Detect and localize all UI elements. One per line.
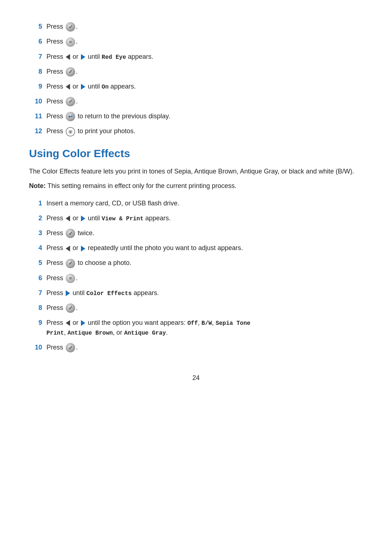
mono-sepia: Sepia Tone: [216, 320, 250, 327]
step-text-10: Press .: [46, 97, 363, 106]
step-item-12: 12 Press to print your photos.: [29, 126, 363, 136]
section-step-7: 7 Press until Color Effects appears.: [29, 288, 363, 298]
ok-icon-5: [66, 22, 75, 32]
section-step-text-7: Press until Color Effects appears.: [46, 288, 363, 298]
section-step-num-10: 10: [29, 343, 46, 352]
step-num-7: 7: [29, 52, 46, 62]
step-num-8: 8: [29, 67, 46, 77]
section-step-text-10: Press .: [46, 343, 363, 352]
step-item-7: 7 Press or until Red Eye appears.: [29, 52, 363, 62]
arrow-left-icon-7: [66, 54, 70, 60]
step-num-9: 9: [29, 82, 46, 91]
step-item-5: 5 Press .: [29, 22, 363, 32]
section-step-10: 10 Press .: [29, 343, 363, 352]
section-step-8: 8 Press .: [29, 303, 363, 313]
mono-bw: B/W: [201, 320, 212, 327]
step-num-5: 5: [29, 22, 46, 32]
arrow-left-icon-s2: [66, 216, 70, 221]
mono-antique-brown: Antique Brown: [68, 330, 113, 336]
step-text-12: Press to print your photos.: [46, 126, 363, 136]
step-text-6: Press .: [46, 37, 363, 46]
note-text: Note: This setting remains in effect onl…: [29, 181, 363, 191]
arrow-right-icon-9: [81, 84, 85, 90]
arrow-left-icon-s4: [66, 246, 70, 252]
section-step-num-4: 4: [29, 243, 46, 253]
ok-icon-s8: [66, 303, 75, 313]
step-item-11: 11 Press to return to the previous displ…: [29, 111, 363, 121]
step-text-8: Press .: [46, 67, 363, 77]
step-item-9: 9 Press or until On appears.: [29, 82, 363, 91]
step-text-7: Press or until Red Eye appears.: [46, 52, 363, 62]
arrow-right-icon-s2: [81, 216, 85, 221]
ok-icon-8: [66, 67, 75, 77]
arrow-right-icon-s7: [66, 290, 70, 296]
section-step-1: 1 Insert a memory card, CD, or USB flash…: [29, 199, 363, 208]
mono-red-eye: Red Eye: [102, 54, 126, 61]
print-icon-12: [66, 127, 75, 136]
section-heading: Using Color Effects: [29, 147, 363, 160]
section-step-text-6: Press .: [46, 273, 363, 283]
step-text-9: Press or until On appears.: [46, 82, 363, 91]
section-step-3: 3 Press twice.: [29, 228, 363, 238]
step-item-10: 10 Press .: [29, 97, 363, 106]
section-step-5: 5 Press to choose a photo.: [29, 258, 363, 268]
mono-view-print: View & Print: [102, 216, 143, 222]
step-num-10: 10: [29, 97, 46, 106]
mono-antique-gray: Antique Gray: [124, 330, 166, 336]
step-num-6: 6: [29, 37, 46, 46]
section-step-2: 2 Press or until View & Print appears.: [29, 213, 363, 223]
menu-icon-6: [66, 37, 75, 47]
step-text-5: Press .: [46, 22, 363, 32]
section-step-6: 6 Press .: [29, 273, 363, 283]
section-step-num-7: 7: [29, 288, 46, 298]
arrow-right-icon-s4: [81, 246, 85, 252]
section-step-text-1: Insert a memory card, CD, or USB flash d…: [46, 199, 363, 208]
section-step-text-2: Press or until View & Print appears.: [46, 213, 363, 223]
section-step-text-5: Press to choose a photo.: [46, 258, 363, 268]
section-step-text-9: Press or until the option you want appea…: [46, 318, 363, 338]
mono-off: Off: [187, 320, 198, 327]
arrow-right-icon-s9: [81, 320, 85, 326]
mono-on: On: [102, 84, 109, 90]
mono-print: Print: [46, 330, 64, 336]
arrow-left-icon-9: [66, 84, 70, 90]
step-text-11: Press to return to the previous display.: [46, 111, 363, 121]
page-number: 24: [29, 374, 363, 382]
section-step-text-4: Press or repeatedly until the photo you …: [46, 243, 363, 253]
section-step-num-3: 3: [29, 228, 46, 238]
step-num-11: 11: [29, 111, 46, 121]
arrow-right-icon-7: [81, 54, 85, 60]
ok-icon-s5: [66, 259, 75, 268]
step-item-8: 8 Press .: [29, 67, 363, 77]
ok-icon-s3: [66, 229, 75, 238]
ok-icon-10: [66, 97, 75, 106]
section-step-4: 4 Press or repeatedly until the photo yo…: [29, 243, 363, 253]
step-item-6: 6 Press .: [29, 37, 363, 46]
back-icon-11: [66, 112, 75, 121]
arrow-left-icon-s9: [66, 320, 70, 326]
section-description: The Color Effects feature lets you print…: [29, 166, 363, 177]
section-steps-list: 1 Insert a memory card, CD, or USB flash…: [29, 199, 363, 352]
section-step-num-1: 1: [29, 199, 46, 208]
section-step-num-2: 2: [29, 213, 46, 223]
section-step-text-3: Press twice.: [46, 228, 363, 238]
section-step-text-8: Press .: [46, 303, 363, 313]
section-step-num-8: 8: [29, 303, 46, 313]
section-step-9: 9 Press or until the option you want app…: [29, 318, 363, 338]
step-num-12: 12: [29, 126, 46, 136]
section-step-num-9: 9: [29, 318, 46, 328]
ok-icon-s10: [66, 343, 75, 352]
mono-color-effects: Color Effects: [86, 290, 132, 297]
section-step-num-5: 5: [29, 258, 46, 268]
menu-icon-s6: [66, 274, 75, 283]
section-step-num-6: 6: [29, 273, 46, 283]
top-steps-list: 5 Press . 6 Press . 7 Press or until Red…: [29, 22, 363, 136]
